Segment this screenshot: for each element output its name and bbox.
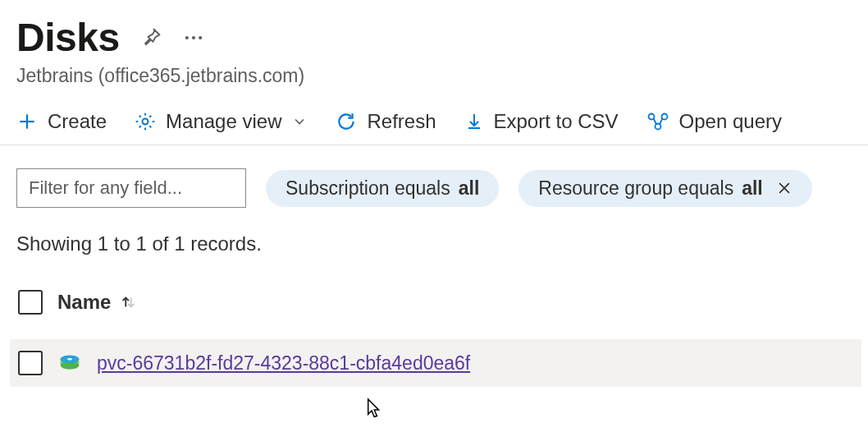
create-button[interactable]: Create: [16, 110, 107, 133]
manage-view-button[interactable]: Manage view: [135, 110, 308, 133]
toolbar: Create Manage view Refresh: [0, 87, 868, 145]
download-icon: [464, 112, 484, 131]
disk-name-link[interactable]: pvc-66731b2f-fd27-4323-88c1-cbfa4ed0ea6f: [97, 352, 470, 375]
refresh-button[interactable]: Refresh: [336, 110, 436, 133]
filter-pill-resourcegroup-prefix: Resource group equals: [538, 177, 733, 200]
svg-line-12: [660, 118, 663, 125]
more-icon[interactable]: [182, 26, 205, 49]
records-count: Showing 1 to 1 of 1 records.: [0, 208, 868, 255]
filter-pill-resourcegroup-value: all: [742, 177, 763, 200]
column-header-name[interactable]: Name: [57, 291, 137, 314]
cursor-icon: [361, 398, 382, 422]
refresh-label: Refresh: [367, 110, 436, 133]
gear-icon: [135, 111, 156, 132]
column-header-name-label: Name: [57, 291, 111, 314]
table-row[interactable]: pvc-66731b2f-fd27-4323-88c1-cbfa4ed0ea6f: [10, 339, 861, 387]
plus-icon: [16, 111, 38, 132]
export-label: Export to CSV: [494, 110, 619, 133]
disk-icon: [57, 351, 82, 375]
refresh-icon: [336, 111, 357, 132]
manage-view-label: Manage view: [166, 110, 281, 133]
filter-pill-subscription-prefix: Subscription equals: [286, 177, 450, 200]
svg-point-5: [143, 119, 148, 125]
pin-icon[interactable]: [139, 26, 162, 49]
open-query-button[interactable]: Open query: [646, 110, 782, 133]
row-checkbox[interactable]: [18, 351, 43, 375]
chevron-down-icon: [291, 113, 308, 130]
svg-point-20: [67, 358, 72, 361]
query-icon: [646, 111, 669, 132]
create-label: Create: [48, 110, 107, 133]
open-query-label: Open query: [679, 110, 782, 133]
table-header-row: Name: [16, 283, 868, 321]
filter-pill-subscription[interactable]: Subscription equals all: [266, 170, 499, 207]
select-all-checkbox[interactable]: [18, 290, 43, 315]
sort-icon: [119, 293, 137, 311]
close-icon[interactable]: [776, 180, 793, 196]
svg-line-11: [653, 118, 656, 125]
filter-input[interactable]: [16, 168, 246, 208]
svg-point-1: [191, 35, 194, 39]
filter-pill-subscription-value: all: [459, 177, 480, 200]
svg-point-0: [185, 35, 188, 39]
page-title: Disks: [16, 15, 120, 60]
filter-pill-resourcegroup[interactable]: Resource group equals all: [519, 170, 811, 207]
export-button[interactable]: Export to CSV: [464, 110, 619, 133]
subtitle: Jetbrains (office365.jetbrains.com): [16, 65, 852, 87]
svg-point-2: [199, 35, 202, 39]
